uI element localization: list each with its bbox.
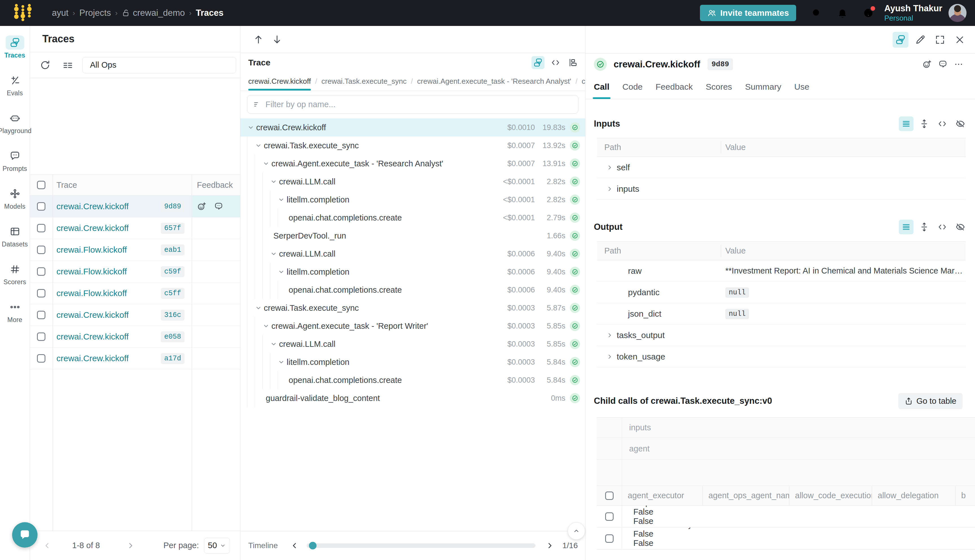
trace-tree-icon[interactable] — [531, 56, 544, 69]
child-call-row[interactable]: 'Research Analyst'FalseFalse'E — [597, 528, 975, 550]
sidebar-item-datasets[interactable]: Datasets — [0, 225, 30, 262]
timeline-next-icon[interactable] — [545, 541, 555, 550]
go-to-table-button[interactable]: Go to table — [898, 393, 963, 409]
kv-row-pydantic[interactable]: pydanticnull — [597, 282, 966, 303]
chevron-down-icon[interactable] — [270, 340, 277, 348]
code-icon[interactable] — [935, 220, 950, 234]
trace-row[interactable]: crewai.Flow.kickoffc5ff — [30, 283, 240, 304]
tab-use[interactable]: Use — [794, 75, 809, 99]
chevron-down-icon[interactable] — [262, 322, 270, 330]
trace-row[interactable]: crewai.Crew.kickoff316c — [30, 304, 240, 326]
next-page-icon[interactable] — [126, 541, 135, 550]
next-call-icon[interactable] — [272, 34, 282, 45]
invite-teammates-button[interactable]: Invite teammates — [700, 5, 796, 21]
kv-row-raw[interactable]: raw**Investment Report: AI in Chemical a… — [597, 260, 966, 282]
breadcrumb-item-Traces[interactable]: Traces — [196, 8, 224, 18]
more-icon[interactable] — [952, 58, 965, 70]
trace-name[interactable]: crewai.Crew.kickoff — [57, 310, 129, 320]
bell-icon[interactable] — [837, 7, 848, 18]
row-checkbox[interactable] — [37, 267, 45, 276]
comment-icon[interactable] — [937, 58, 949, 70]
select-all-checkbox[interactable] — [605, 492, 614, 500]
chat-launcher[interactable] — [12, 522, 38, 548]
call-id-badge[interactable]: 9d89 — [708, 58, 733, 70]
tree-call-row[interactable]: crewai.Task.execute_sync$0.000713.92s — [240, 137, 585, 155]
sidebar-item-models[interactable]: Models — [0, 187, 30, 225]
chevron-down-icon[interactable] — [247, 124, 254, 131]
hide-icon[interactable] — [953, 117, 968, 131]
refresh-icon[interactable] — [40, 60, 51, 71]
search-icon[interactable] — [811, 7, 822, 18]
tree-call-row[interactable]: litellm.completion$0.00035.84s — [240, 353, 585, 371]
kv-row-tasks_output[interactable]: tasks_output — [597, 325, 966, 346]
row-checkbox[interactable] — [37, 202, 45, 211]
tree-call-row[interactable]: openai.chat.completions.create$0.00069.4… — [240, 281, 585, 299]
tree-call-row[interactable]: crewai.Agent.execute_task - 'Research An… — [240, 155, 585, 173]
row-checkbox[interactable] — [37, 289, 45, 297]
sidebar-item-more[interactable]: More — [0, 300, 30, 338]
previous-call-icon[interactable] — [253, 34, 264, 45]
tree-call-row[interactable]: crewai.LLM.call<$0.00012.82s — [240, 173, 585, 191]
tree-call-row[interactable]: crewai.Task.execute_sync$0.00035.87s — [240, 299, 585, 317]
call-crumb[interactable]: crewai.Task.execute_sync — [321, 72, 407, 90]
call-crumb[interactable]: crewai.LLM.call — [582, 72, 585, 90]
trace-row[interactable]: crewai.Crew.kickoff9d89 — [30, 196, 240, 217]
chevron-down-icon[interactable] — [270, 178, 277, 185]
user-menu[interactable]: Ayush Thakur Personal — [884, 3, 942, 23]
tree-call-row[interactable]: openai.chat.completions.create$0.00035.8… — [240, 371, 585, 389]
chevron-down-icon[interactable] — [277, 268, 285, 275]
column-header-agent_ops_agent_name[interactable]: agent_ops_agent_name — [703, 486, 789, 505]
per-page-select[interactable]: 50 — [204, 538, 230, 553]
op-filter-input[interactable] — [265, 95, 578, 113]
list-view-icon[interactable] — [899, 117, 913, 131]
trace-row[interactable]: crewai.Crew.kickoffe058 — [30, 326, 240, 348]
timeline-slider[interactable] — [307, 543, 536, 548]
chevron-right-icon[interactable] — [606, 353, 613, 360]
trace-tree-icon[interactable] — [893, 32, 908, 48]
tree-call-row[interactable]: litellm.completion<$0.00012.82s — [240, 191, 585, 209]
column-header-agent_executor[interactable]: agent_executor — [622, 486, 703, 505]
chevron-right-icon[interactable] — [606, 164, 613, 171]
chevron-right-icon[interactable] — [606, 185, 613, 193]
trace-name[interactable]: crewai.Crew.kickoff — [57, 353, 129, 363]
code-icon[interactable] — [935, 117, 950, 131]
column-header-b[interactable]: b — [955, 486, 975, 505]
tree-call-row[interactable]: crewai.Agent.execute_task - 'Report Writ… — [240, 317, 585, 335]
timeline-previous-icon[interactable] — [290, 541, 299, 550]
feedback-column-header[interactable]: Feedback — [191, 175, 240, 195]
kv-row-self[interactable]: self — [597, 157, 966, 178]
add-reaction-icon[interactable] — [921, 58, 933, 70]
sidebar-item-prompts[interactable]: Prompts — [0, 149, 30, 187]
trace-name[interactable]: crewai.Crew.kickoff — [57, 332, 129, 342]
collapse-panel-button[interactable] — [568, 522, 585, 540]
column-header-allow_delegation[interactable]: allow_delegation — [872, 486, 955, 505]
select-all-checkbox[interactable] — [37, 181, 45, 189]
tree-call-row[interactable]: crewai.LLM.call$0.00069.40s — [240, 245, 585, 263]
comment-icon[interactable] — [214, 202, 224, 211]
sidebar-item-scorers[interactable]: Scorers — [0, 262, 30, 300]
sidebar-item-playground[interactable]: Playground — [0, 111, 30, 149]
row-checkbox[interactable] — [37, 246, 45, 254]
tab-call[interactable]: Call — [594, 75, 609, 99]
call-crumb[interactable]: crewai.Crew.kickoff — [248, 72, 311, 90]
chevron-down-icon[interactable] — [262, 160, 270, 167]
kv-row-inputs[interactable]: inputs — [597, 178, 966, 200]
tab-scores[interactable]: Scores — [706, 75, 732, 99]
column-header-allow_code_execution[interactable]: allow_code_execution — [789, 486, 872, 505]
breadcrumb-item-ayut[interactable]: ayut — [52, 8, 68, 18]
tree-call-row[interactable]: crewai.LLM.call$0.00035.85s — [240, 335, 585, 353]
row-checkbox[interactable] — [37, 311, 45, 319]
row-checkbox[interactable] — [37, 224, 45, 232]
flame-graph-icon[interactable] — [566, 56, 579, 69]
tree-call-row[interactable]: crewai.Crew.kickoff$0.001019.83s — [240, 118, 585, 137]
trace-name[interactable]: crewai.Flow.kickoff — [57, 267, 127, 276]
child-call-row[interactable]: 'Report Writer'FalseFalse'E — [597, 506, 975, 528]
trace-row[interactable]: crewai.Flow.kickoffeab1 — [30, 239, 240, 261]
chevron-down-icon[interactable] — [255, 142, 262, 149]
hide-icon[interactable] — [953, 220, 968, 234]
trace-name[interactable]: crewai.Crew.kickoff — [57, 202, 129, 211]
close-icon[interactable] — [952, 32, 968, 48]
chevron-down-icon[interactable] — [277, 196, 285, 203]
tree-call-row[interactable]: litellm.completion$0.00069.40s — [240, 263, 585, 281]
fullscreen-icon[interactable] — [932, 32, 948, 48]
